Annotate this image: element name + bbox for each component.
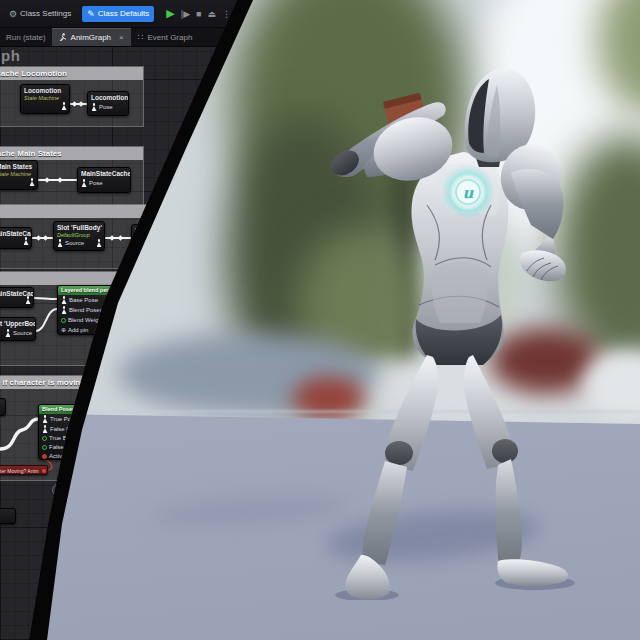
- node-locomotion-statemachine[interactable]: Locomotion State Machine: [20, 84, 70, 114]
- pose-out-pin[interactable]: [29, 178, 35, 186]
- left-shin: [363, 461, 407, 565]
- active-value-pin[interactable]: [42, 454, 47, 459]
- pose-out-pin[interactable]: [25, 296, 31, 304]
- right-foot: [497, 559, 568, 586]
- pose-out-pin[interactable]: [23, 237, 29, 245]
- true-pose-pin[interactable]: [42, 415, 48, 423]
- node-is-character-moving[interactable]: Character Moving? Anim: [0, 465, 48, 475]
- node-save-cached-mainstate[interactable]: MainStateCache Pose: [77, 167, 131, 193]
- bool-out-pin[interactable]: [42, 469, 46, 473]
- source-in-pin[interactable]: [57, 239, 63, 247]
- blend-poses-pin[interactable]: [61, 306, 67, 314]
- base-pose-pin[interactable]: [61, 296, 67, 304]
- pencil-icon: ✎: [87, 9, 95, 19]
- true-blend-time-pin[interactable]: [42, 436, 47, 441]
- partial-node[interactable]: [0, 398, 6, 416]
- graph-title-watermark: ph: [1, 47, 20, 64]
- tab-event-graph[interactable]: ∷ Event Graph: [131, 28, 200, 46]
- play-button[interactable]: ▶: [166, 7, 174, 20]
- pose-in-pin[interactable]: [81, 179, 87, 187]
- eject-button[interactable]: ⏏: [208, 9, 217, 19]
- node-use-cached-mainstate[interactable]: 'MainStateCache': [0, 227, 32, 249]
- tab-run-state[interactable]: Run (state): [0, 33, 52, 42]
- pose-in-pin[interactable]: [91, 103, 97, 111]
- frame-skip-button[interactable]: |▶: [181, 9, 190, 19]
- gear-icon: ⚙: [9, 9, 17, 19]
- chest-logo: u: [463, 184, 475, 202]
- source-in-pin[interactable]: [5, 329, 11, 337]
- animgraph-person-icon: [59, 33, 67, 42]
- class-settings-button[interactable]: ⚙ Class Settings: [4, 6, 76, 22]
- node-slot-fullbody[interactable]: Slot 'FullBody' DefaultGroup Source: [53, 221, 105, 251]
- blend-weights-pin[interactable]: [61, 318, 66, 323]
- node-slot-upperbody[interactable]: Slot 'UpperBody' Source: [0, 317, 36, 341]
- false-pose-pin[interactable]: [42, 425, 48, 433]
- node-mainstates-statemachine[interactable]: Main States State Machine: [0, 160, 38, 190]
- add-pin-icon[interactable]: ⊕: [61, 327, 66, 334]
- pose-out-pin[interactable]: [61, 102, 67, 110]
- playback-controls: ▶ |▶ ■ ⏏ ⋮: [166, 7, 231, 20]
- left-knee: [385, 441, 413, 465]
- class-defaults-button[interactable]: ✎ Class Defaults: [82, 6, 154, 22]
- close-tab-icon[interactable]: ×: [119, 33, 124, 42]
- right-shin: [496, 459, 522, 566]
- mannequin-character[interactable]: u: [315, 55, 605, 600]
- node-save-cached-locomotion[interactable]: Locomotion Pose: [87, 91, 129, 116]
- false-blend-time-pin[interactable]: [42, 445, 47, 450]
- pose-out-pin[interactable]: [96, 239, 102, 247]
- tab-animgraph[interactable]: AnimGraph ×: [52, 28, 131, 46]
- right-knee: [492, 439, 518, 463]
- node-use-cached-mainstate-2[interactable]: 'MainStateCache': [0, 287, 34, 308]
- stop-button[interactable]: ■: [196, 9, 201, 19]
- event-graph-icon: ∷: [138, 32, 144, 42]
- app-window: u ⚙ Class Settings ✎ Class Defaults ▶ |▶…: [0, 0, 640, 640]
- abdomen: [432, 263, 488, 324]
- partial-node[interactable]: [0, 508, 16, 524]
